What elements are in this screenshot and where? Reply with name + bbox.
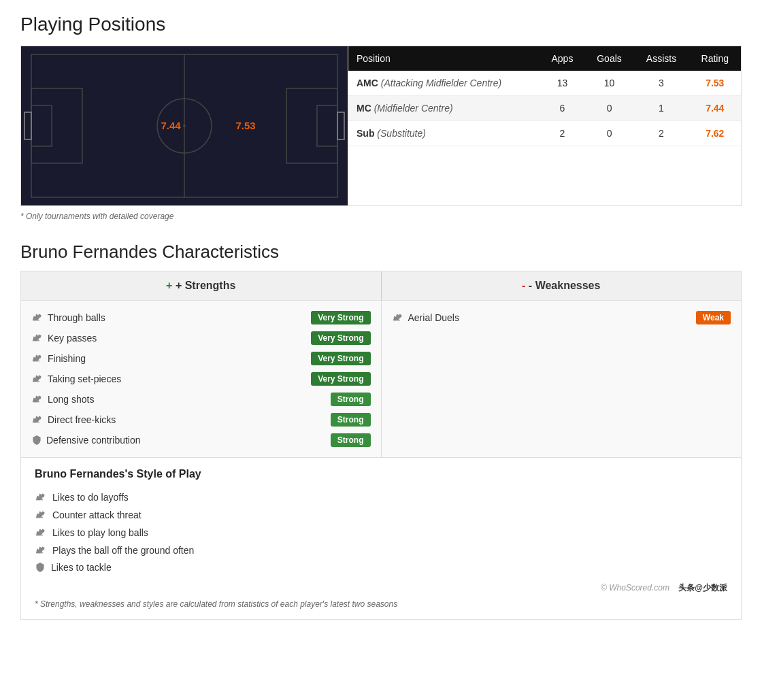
position-cell: MC (Midfielder Centre)	[348, 96, 540, 121]
svg-text:7.44: 7.44	[161, 120, 181, 131]
table-row: AMC (Attacking Midfielder Centre) 13 10 …	[348, 71, 741, 96]
col-apps: Apps	[540, 46, 584, 71]
pitch: 7.44 7.53	[21, 46, 348, 205]
coverage-note: * Only tournaments with detailed coverag…	[20, 212, 742, 221]
position-cell: Sub (Substitute)	[348, 121, 540, 146]
plus-sign: +	[166, 280, 172, 291]
style-item: Likes to play long balls	[35, 524, 727, 541]
strength-row: Through balls Very Strong	[31, 307, 371, 328]
playing-positions-container: 7.44 7.53 Position Apps Goals Assists Ra…	[20, 46, 742, 206]
boot-icon	[31, 393, 44, 405]
strength-row: Finishing Very Strong	[31, 348, 371, 369]
boot-icon	[31, 373, 44, 385]
strength-label: Key passes	[31, 332, 97, 344]
rating-cell: 7.62	[689, 121, 742, 146]
weakness-badge: Weak	[696, 311, 731, 324]
position-cell: AMC (Attacking Midfielder Centre)	[348, 71, 540, 96]
strength-row: Key passes Very Strong	[31, 328, 371, 348]
strength-row: Taking set-pieces Very Strong	[31, 369, 371, 389]
strength-row: Direct free-kicks Strong	[31, 410, 371, 430]
style-item: Plays the ball off the ground often	[35, 541, 727, 559]
goals-cell: 0	[585, 121, 634, 146]
strength-badge: Strong	[331, 393, 371, 406]
strength-row: Defensive contribution Strong	[31, 430, 371, 450]
boot-icon	[35, 509, 47, 521]
col-rating: Rating	[689, 46, 742, 71]
strength-badge: Very Strong	[311, 352, 370, 365]
weaknesses-col: Aerial Duels Weak	[382, 301, 742, 457]
rating-cell: 7.53	[689, 71, 742, 96]
table-row: Sub (Substitute) 2 0 2 7.62	[348, 121, 741, 146]
col-assists: Assists	[633, 46, 689, 71]
assists-cell: 2	[633, 121, 689, 146]
style-item: Likes to do layoffs	[35, 488, 727, 506]
strength-badge: Strong	[331, 413, 371, 427]
char-body: Through balls Very Strong Key passes Ver…	[21, 301, 741, 457]
weaknesses-label: - Weaknesses	[529, 280, 601, 291]
characteristics-title: Bruno Fernandes Characteristics	[20, 241, 742, 263]
boot-icon	[31, 312, 44, 324]
svg-text:7.53: 7.53	[235, 120, 255, 131]
whoscored-credit: © WhoScored.com 头条@少数派	[35, 582, 727, 594]
strength-badge: Very Strong	[311, 331, 370, 345]
goals-cell: 10	[585, 71, 634, 96]
positions-table: Position Apps Goals Assists Rating AMC (…	[348, 46, 741, 146]
rating-cell: 7.44	[689, 96, 742, 121]
strength-label: Defensive contribution	[31, 435, 141, 446]
shield-icon	[31, 435, 42, 446]
apps-cell: 6	[540, 96, 584, 121]
boot-icon	[31, 414, 44, 426]
disclaimer: * Strengths, weaknesses and styles are c…	[35, 599, 727, 609]
boot-icon	[35, 527, 47, 539]
positions-table-container: Position Apps Goals Assists Rating AMC (…	[348, 46, 741, 205]
strength-label: Finishing	[31, 352, 86, 365]
boot-icon	[35, 544, 47, 556]
char-header: + + Strengths - - Weaknesses	[21, 271, 741, 301]
weakness-label: Aerial Duels	[392, 312, 459, 324]
col-position: Position	[348, 46, 540, 71]
apps-cell: 2	[540, 121, 584, 146]
style-section: Bruno Fernandes's Style of Play Likes to…	[20, 458, 742, 620]
playing-positions-title: Playing Positions	[20, 14, 742, 35]
style-item: Counter attack threat	[35, 506, 727, 524]
style-items: Likes to do layoffs Counter attack threa…	[35, 488, 727, 576]
apps-cell: 13	[540, 71, 584, 96]
style-title: Bruno Fernandes's Style of Play	[35, 468, 727, 480]
boot-icon	[392, 312, 404, 324]
goals-cell: 0	[585, 96, 634, 121]
assists-cell: 3	[633, 71, 689, 96]
assists-cell: 1	[633, 96, 689, 121]
strength-badge: Very Strong	[311, 372, 370, 386]
style-item: Likes to tackle	[35, 559, 727, 576]
characteristics-box: + + Strengths - - Weaknesses Through bal…	[20, 271, 742, 458]
strength-label: Long shots	[31, 393, 95, 405]
minus-sign: -	[522, 280, 525, 291]
weakness-row: Aerial Duels Weak	[392, 307, 731, 328]
shield-icon	[35, 562, 46, 573]
strengths-label: + Strengths	[176, 280, 235, 291]
strength-label: Taking set-pieces	[31, 373, 121, 385]
col-goals: Goals	[585, 46, 634, 71]
weaknesses-header: - - Weaknesses	[382, 271, 742, 300]
strengths-header: + + Strengths	[21, 271, 382, 300]
strength-badge: Very Strong	[311, 311, 370, 324]
strength-label: Through balls	[31, 312, 105, 324]
strength-badge: Strong	[331, 433, 371, 447]
boot-icon	[35, 491, 47, 503]
strength-row: Long shots Strong	[31, 389, 371, 410]
strengths-col: Through balls Very Strong Key passes Ver…	[21, 301, 382, 457]
table-row: MC (Midfielder Centre) 6 0 1 7.44	[348, 96, 741, 121]
boot-icon	[31, 332, 44, 344]
boot-icon	[31, 352, 44, 365]
strength-label: Direct free-kicks	[31, 414, 116, 426]
